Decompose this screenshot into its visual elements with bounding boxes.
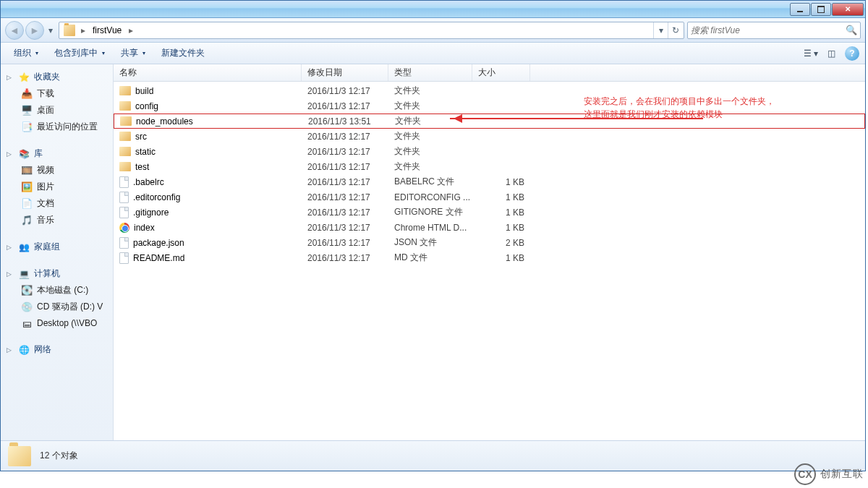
file-size: 1 KB — [472, 253, 530, 263]
nav-history-dropdown[interactable]: ▾ — [46, 21, 56, 40]
folder-icon — [119, 162, 131, 171]
chrome-icon — [119, 223, 129, 233]
file-date: 2016/11/3 13:51 — [302, 116, 389, 127]
file-icon — [119, 252, 129, 264]
file-name: test — [135, 162, 149, 172]
file-date: 2016/11/3 12:17 — [302, 192, 388, 202]
file-type: GITIGNORE 文件 — [388, 206, 472, 218]
sidebar-item-documents[interactable]: 📄文档 — [1, 195, 113, 212]
maximize-button[interactable] — [811, 3, 831, 16]
sidebar-item-drive-c[interactable]: 💽本地磁盘 (C:) — [1, 282, 113, 299]
sidebar-item-recent[interactable]: 📑最近访问的位置 — [1, 119, 113, 135]
column-header-date[interactable]: 修改日期 — [302, 64, 388, 81]
search-input[interactable] — [691, 25, 846, 35]
file-row[interactable]: package.json2016/11/3 12:17JSON 文件2 KB — [114, 235, 865, 250]
view-options-button[interactable]: ☰ ▾ — [801, 46, 820, 61]
sidebar-item-music[interactable]: 🎵音乐 — [1, 212, 113, 228]
breadcrumb[interactable]: ▸ firstVue ▸ ▾ ↻ — [59, 22, 684, 39]
cd-icon: 💿 — [21, 301, 33, 313]
file-name: .editorconfig — [133, 192, 180, 202]
forward-button[interactable]: ► — [25, 21, 44, 40]
sidebar-item-drive-d[interactable]: 💿CD 驱动器 (D:) V — [1, 299, 113, 315]
help-button[interactable]: ? — [845, 46, 859, 61]
include-library-menu[interactable]: 包含到库中 — [47, 44, 112, 62]
share-menu[interactable]: 共享 — [114, 44, 153, 62]
refresh-button[interactable]: ↻ — [668, 22, 682, 38]
file-size: 1 KB — [472, 192, 530, 202]
computer-icon: 💻 — [18, 268, 30, 280]
file-row[interactable]: src2016/11/3 12:17文件夹 — [114, 129, 865, 144]
file-size: 1 KB — [472, 177, 530, 187]
minimize-button[interactable] — [790, 3, 810, 16]
file-type: EDITORCONFIG ... — [388, 192, 472, 202]
file-row[interactable]: static2016/11/3 12:17文件夹 — [114, 144, 865, 159]
sidebar-item-videos[interactable]: 🎞️视频 — [1, 162, 113, 179]
file-icon — [119, 176, 129, 188]
breadcrumb-dropdown[interactable]: ▾ — [653, 22, 668, 38]
homegroup-icon: 👥 — [18, 241, 30, 253]
drive-icon: 💽 — [21, 285, 33, 296]
file-icon — [119, 192, 129, 203]
file-row[interactable]: .babelrc2016/11/3 12:17BABELRC 文件1 KB — [114, 174, 865, 189]
folder-icon — [8, 446, 31, 466]
file-date: 2016/11/3 12:17 — [302, 101, 388, 111]
file-date: 2016/11/3 12:17 — [302, 86, 388, 96]
file-type: Chrome HTML D... — [388, 223, 472, 233]
file-type: 文件夹 — [388, 100, 472, 112]
file-type: BABELRC 文件 — [388, 176, 472, 188]
file-row[interactable]: .gitignore2016/11/3 12:17GITIGNORE 文件1 K… — [114, 205, 865, 220]
column-header-name[interactable]: 名称 — [114, 64, 302, 81]
sidebar-item-pictures[interactable]: 🖼️图片 — [1, 179, 113, 195]
search-icon[interactable]: 🔍 — [846, 25, 857, 35]
navbar: ◄ ► ▾ ▸ firstVue ▸ ▾ ↻ 🔍 — [1, 18, 865, 43]
close-button[interactable] — [832, 3, 864, 16]
file-row[interactable]: index2016/11/3 12:17Chrome HTML D...1 KB — [114, 220, 865, 235]
file-row[interactable]: .editorconfig2016/11/3 12:17EDITORCONFIG… — [114, 189, 865, 205]
file-name: package.json — [133, 238, 184, 248]
netdrive-icon: 🖴 — [21, 317, 33, 329]
titlebar — [1, 1, 865, 18]
file-size: 1 KB — [472, 223, 530, 233]
file-type: JSON 文件 — [388, 236, 472, 249]
preview-pane-button[interactable]: ◫ — [822, 46, 841, 61]
chevron-right-icon[interactable]: ▸ — [78, 25, 88, 35]
file-name: README.md — [133, 253, 184, 263]
chevron-right-icon[interactable]: ▸ — [126, 25, 136, 35]
file-date: 2016/11/3 12:17 — [302, 147, 388, 157]
sidebar-favorites[interactable]: ▷⭐收藏夹 — [1, 69, 113, 85]
column-header-size[interactable]: 大小 — [472, 64, 530, 81]
sidebar-item-desktop[interactable]: 🖥️桌面 — [1, 102, 113, 119]
sidebar-item-downloads[interactable]: 📥下载 — [1, 85, 113, 102]
navigation-pane: ▷⭐收藏夹 📥下载 🖥️桌面 📑最近访问的位置 ▷📚库 🎞️视频 🖼️图片 📄文… — [1, 64, 114, 440]
watermark: CX 创新互联 — [794, 463, 864, 485]
breadcrumb-segment[interactable]: firstVue — [88, 22, 126, 38]
sidebar-computer[interactable]: ▷💻计算机 — [1, 265, 113, 282]
sidebar-libraries[interactable]: ▷📚库 — [1, 145, 113, 162]
explorer-window: ◄ ► ▾ ▸ firstVue ▸ ▾ ↻ 🔍 组织 包含到库中 共享 新建文… — [0, 0, 866, 471]
recent-icon: 📑 — [21, 121, 33, 133]
folder-icon — [119, 132, 131, 141]
nav-arrows: ◄ ► ▾ — [5, 21, 56, 40]
file-row[interactable]: test2016/11/3 12:17文件夹 — [114, 159, 865, 174]
column-header-type[interactable]: 类型 — [388, 64, 472, 81]
watermark-text: 创新互联 — [820, 468, 864, 481]
new-folder-button[interactable]: 新建文件夹 — [154, 44, 212, 62]
network-icon: 🌐 — [18, 344, 30, 356]
file-name: .babelrc — [133, 177, 164, 187]
file-type: 文件夹 — [388, 85, 472, 97]
file-date: 2016/11/3 12:17 — [302, 253, 388, 263]
file-row[interactable]: README.md2016/11/3 12:17MD 文件1 KB — [114, 250, 865, 265]
file-type: MD 文件 — [388, 252, 472, 264]
sidebar-network[interactable]: ▷🌐网络 — [1, 341, 113, 358]
sidebar-homegroup[interactable]: ▷👥家庭组 — [1, 239, 113, 255]
sidebar-item-network-drive[interactable]: 🖴Desktop (\\VBO — [1, 315, 113, 331]
desktop-icon: 🖥️ — [21, 105, 33, 116]
file-size: 1 KB — [472, 207, 530, 218]
folder-icon — [119, 86, 131, 95]
organize-menu[interactable]: 组织 — [7, 44, 46, 62]
file-name: .gitignore — [133, 207, 169, 218]
search-box[interactable]: 🔍 — [687, 22, 861, 39]
statusbar: 12 个对象 — [1, 440, 865, 471]
file-name: build — [135, 86, 153, 96]
back-button[interactable]: ◄ — [5, 21, 24, 40]
